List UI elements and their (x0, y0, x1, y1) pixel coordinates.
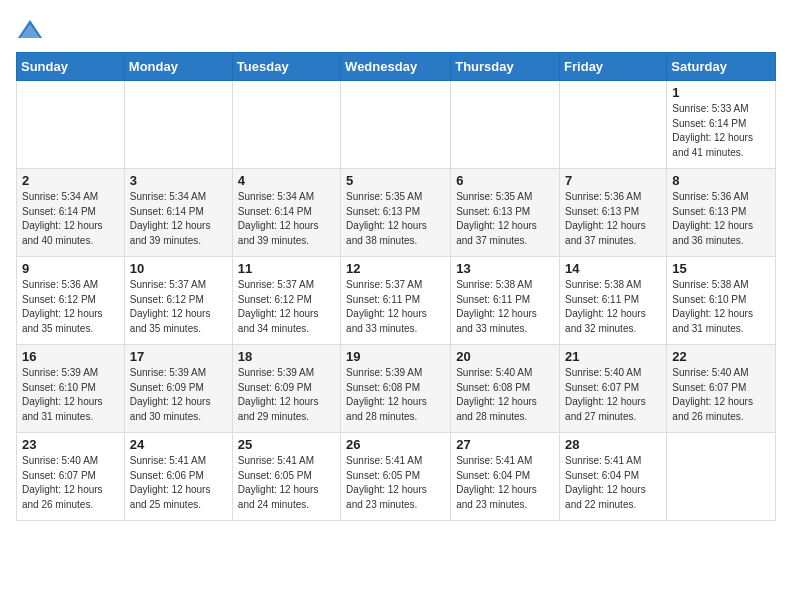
day-number: 13 (456, 261, 554, 276)
calendar-cell: 4Sunrise: 5:34 AM Sunset: 6:14 PM Daylig… (232, 169, 340, 257)
calendar-cell (667, 433, 776, 521)
calendar-cell: 28Sunrise: 5:41 AM Sunset: 6:04 PM Dayli… (560, 433, 667, 521)
day-number: 4 (238, 173, 335, 188)
page: SundayMondayTuesdayWednesdayThursdayFrid… (0, 0, 792, 537)
day-info: Sunrise: 5:34 AM Sunset: 6:14 PM Dayligh… (130, 190, 227, 248)
day-info: Sunrise: 5:36 AM Sunset: 6:12 PM Dayligh… (22, 278, 119, 336)
calendar-cell: 8Sunrise: 5:36 AM Sunset: 6:13 PM Daylig… (667, 169, 776, 257)
calendar-cell (560, 81, 667, 169)
day-info: Sunrise: 5:38 AM Sunset: 6:11 PM Dayligh… (565, 278, 661, 336)
calendar-cell (124, 81, 232, 169)
day-info: Sunrise: 5:38 AM Sunset: 6:10 PM Dayligh… (672, 278, 770, 336)
calendar-week-row: 1Sunrise: 5:33 AM Sunset: 6:14 PM Daylig… (17, 81, 776, 169)
day-info: Sunrise: 5:40 AM Sunset: 6:08 PM Dayligh… (456, 366, 554, 424)
calendar-day-header: Friday (560, 53, 667, 81)
day-info: Sunrise: 5:37 AM Sunset: 6:11 PM Dayligh… (346, 278, 445, 336)
calendar-cell: 11Sunrise: 5:37 AM Sunset: 6:12 PM Dayli… (232, 257, 340, 345)
day-number: 14 (565, 261, 661, 276)
day-number: 2 (22, 173, 119, 188)
day-number: 25 (238, 437, 335, 452)
calendar-week-row: 16Sunrise: 5:39 AM Sunset: 6:10 PM Dayli… (17, 345, 776, 433)
day-number: 8 (672, 173, 770, 188)
calendar-cell: 6Sunrise: 5:35 AM Sunset: 6:13 PM Daylig… (451, 169, 560, 257)
day-number: 1 (672, 85, 770, 100)
calendar-week-row: 9Sunrise: 5:36 AM Sunset: 6:12 PM Daylig… (17, 257, 776, 345)
day-number: 20 (456, 349, 554, 364)
calendar-cell: 2Sunrise: 5:34 AM Sunset: 6:14 PM Daylig… (17, 169, 125, 257)
day-number: 28 (565, 437, 661, 452)
day-number: 16 (22, 349, 119, 364)
calendar-cell: 13Sunrise: 5:38 AM Sunset: 6:11 PM Dayli… (451, 257, 560, 345)
day-number: 6 (456, 173, 554, 188)
calendar-cell: 5Sunrise: 5:35 AM Sunset: 6:13 PM Daylig… (341, 169, 451, 257)
calendar-cell: 22Sunrise: 5:40 AM Sunset: 6:07 PM Dayli… (667, 345, 776, 433)
calendar-cell: 20Sunrise: 5:40 AM Sunset: 6:08 PM Dayli… (451, 345, 560, 433)
calendar-cell: 15Sunrise: 5:38 AM Sunset: 6:10 PM Dayli… (667, 257, 776, 345)
calendar-cell: 24Sunrise: 5:41 AM Sunset: 6:06 PM Dayli… (124, 433, 232, 521)
day-number: 10 (130, 261, 227, 276)
day-info: Sunrise: 5:40 AM Sunset: 6:07 PM Dayligh… (22, 454, 119, 512)
calendar-day-header: Thursday (451, 53, 560, 81)
calendar-cell: 9Sunrise: 5:36 AM Sunset: 6:12 PM Daylig… (17, 257, 125, 345)
calendar-cell: 27Sunrise: 5:41 AM Sunset: 6:04 PM Dayli… (451, 433, 560, 521)
day-number: 18 (238, 349, 335, 364)
day-info: Sunrise: 5:37 AM Sunset: 6:12 PM Dayligh… (238, 278, 335, 336)
day-info: Sunrise: 5:41 AM Sunset: 6:04 PM Dayligh… (456, 454, 554, 512)
calendar-week-row: 23Sunrise: 5:40 AM Sunset: 6:07 PM Dayli… (17, 433, 776, 521)
calendar-cell: 17Sunrise: 5:39 AM Sunset: 6:09 PM Dayli… (124, 345, 232, 433)
day-number: 26 (346, 437, 445, 452)
logo (16, 16, 48, 44)
calendar-cell: 21Sunrise: 5:40 AM Sunset: 6:07 PM Dayli… (560, 345, 667, 433)
day-info: Sunrise: 5:39 AM Sunset: 6:09 PM Dayligh… (238, 366, 335, 424)
day-number: 5 (346, 173, 445, 188)
calendar-cell: 18Sunrise: 5:39 AM Sunset: 6:09 PM Dayli… (232, 345, 340, 433)
calendar-cell: 3Sunrise: 5:34 AM Sunset: 6:14 PM Daylig… (124, 169, 232, 257)
day-number: 24 (130, 437, 227, 452)
day-number: 9 (22, 261, 119, 276)
day-info: Sunrise: 5:41 AM Sunset: 6:04 PM Dayligh… (565, 454, 661, 512)
day-info: Sunrise: 5:41 AM Sunset: 6:05 PM Dayligh… (238, 454, 335, 512)
day-info: Sunrise: 5:36 AM Sunset: 6:13 PM Dayligh… (565, 190, 661, 248)
calendar-day-header: Sunday (17, 53, 125, 81)
day-info: Sunrise: 5:35 AM Sunset: 6:13 PM Dayligh… (456, 190, 554, 248)
day-number: 11 (238, 261, 335, 276)
day-info: Sunrise: 5:40 AM Sunset: 6:07 PM Dayligh… (565, 366, 661, 424)
day-number: 27 (456, 437, 554, 452)
calendar-cell (17, 81, 125, 169)
day-info: Sunrise: 5:37 AM Sunset: 6:12 PM Dayligh… (130, 278, 227, 336)
calendar-cell: 16Sunrise: 5:39 AM Sunset: 6:10 PM Dayli… (17, 345, 125, 433)
calendar-day-header: Wednesday (341, 53, 451, 81)
calendar-cell (451, 81, 560, 169)
calendar-cell: 12Sunrise: 5:37 AM Sunset: 6:11 PM Dayli… (341, 257, 451, 345)
calendar-day-header: Tuesday (232, 53, 340, 81)
calendar-cell: 25Sunrise: 5:41 AM Sunset: 6:05 PM Dayli… (232, 433, 340, 521)
calendar-cell: 1Sunrise: 5:33 AM Sunset: 6:14 PM Daylig… (667, 81, 776, 169)
calendar-cell: 19Sunrise: 5:39 AM Sunset: 6:08 PM Dayli… (341, 345, 451, 433)
day-info: Sunrise: 5:35 AM Sunset: 6:13 PM Dayligh… (346, 190, 445, 248)
calendar-week-row: 2Sunrise: 5:34 AM Sunset: 6:14 PM Daylig… (17, 169, 776, 257)
calendar-cell: 23Sunrise: 5:40 AM Sunset: 6:07 PM Dayli… (17, 433, 125, 521)
calendar-day-header: Saturday (667, 53, 776, 81)
day-info: Sunrise: 5:39 AM Sunset: 6:08 PM Dayligh… (346, 366, 445, 424)
day-info: Sunrise: 5:41 AM Sunset: 6:06 PM Dayligh… (130, 454, 227, 512)
day-info: Sunrise: 5:34 AM Sunset: 6:14 PM Dayligh… (238, 190, 335, 248)
day-info: Sunrise: 5:41 AM Sunset: 6:05 PM Dayligh… (346, 454, 445, 512)
day-number: 12 (346, 261, 445, 276)
calendar-cell: 26Sunrise: 5:41 AM Sunset: 6:05 PM Dayli… (341, 433, 451, 521)
day-info: Sunrise: 5:40 AM Sunset: 6:07 PM Dayligh… (672, 366, 770, 424)
day-info: Sunrise: 5:39 AM Sunset: 6:09 PM Dayligh… (130, 366, 227, 424)
calendar-cell: 7Sunrise: 5:36 AM Sunset: 6:13 PM Daylig… (560, 169, 667, 257)
day-info: Sunrise: 5:36 AM Sunset: 6:13 PM Dayligh… (672, 190, 770, 248)
calendar-cell: 10Sunrise: 5:37 AM Sunset: 6:12 PM Dayli… (124, 257, 232, 345)
day-number: 15 (672, 261, 770, 276)
day-info: Sunrise: 5:39 AM Sunset: 6:10 PM Dayligh… (22, 366, 119, 424)
day-info: Sunrise: 5:33 AM Sunset: 6:14 PM Dayligh… (672, 102, 770, 160)
header (16, 16, 776, 44)
calendar-cell (232, 81, 340, 169)
calendar-day-header: Monday (124, 53, 232, 81)
calendar-header-row: SundayMondayTuesdayWednesdayThursdayFrid… (17, 53, 776, 81)
day-number: 23 (22, 437, 119, 452)
day-number: 21 (565, 349, 661, 364)
day-number: 22 (672, 349, 770, 364)
day-info: Sunrise: 5:38 AM Sunset: 6:11 PM Dayligh… (456, 278, 554, 336)
